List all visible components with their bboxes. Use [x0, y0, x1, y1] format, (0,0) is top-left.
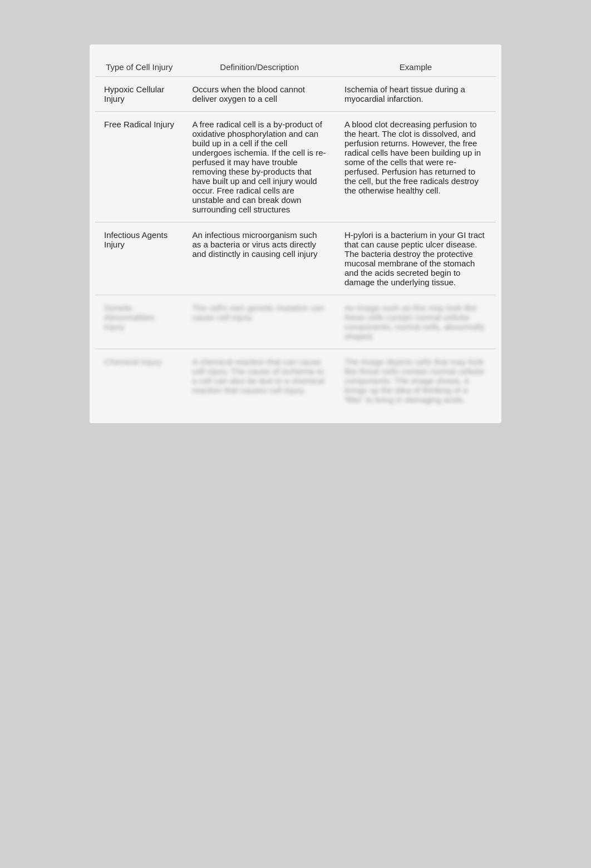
- table-row: Infectious Agents InjuryAn infectious mi…: [95, 222, 496, 295]
- cell-definition: A free radical cell is a by-product of o…: [183, 112, 336, 222]
- cell-example: An image such as this may look like thes…: [336, 295, 496, 349]
- page-container: Type of Cell Injury Definition/Descripti…: [90, 44, 501, 423]
- cell-example: Ischemia of heart tissue during a myocar…: [336, 77, 496, 112]
- cell-type: Chemical Injury: [95, 349, 183, 413]
- table-header-row: Type of Cell Injury Definition/Descripti…: [95, 56, 496, 77]
- cell-type: Hypoxic Cellular Injury: [95, 77, 183, 112]
- cell-type: Infectious Agents Injury: [95, 222, 183, 295]
- cell-example: The image depicts cells that may look li…: [336, 349, 496, 413]
- cell-example: A blood clot decreasing perfusion to the…: [336, 112, 496, 222]
- cell-type: Free Radical Injury: [95, 112, 183, 222]
- cell-injury-table: Type of Cell Injury Definition/Descripti…: [95, 56, 496, 412]
- cell-definition: An infectious microorganism such as a ba…: [183, 222, 336, 295]
- cell-definition: The cell's own genetic mutation can caus…: [183, 295, 336, 349]
- cell-example: H-pylori is a bacterium in your GI tract…: [336, 222, 496, 295]
- cell-definition: A chemical reaction that can cause cell …: [183, 349, 336, 413]
- table-row: Genetic Abnormalities InjuryThe cell's o…: [95, 295, 496, 349]
- cell-type: Genetic Abnormalities Injury: [95, 295, 183, 349]
- table-row: Chemical InjuryA chemical reaction that …: [95, 349, 496, 413]
- header-type: Type of Cell Injury: [95, 56, 183, 77]
- cell-definition: Occurs when the blood cannot deliver oxy…: [183, 77, 336, 112]
- header-definition: Definition/Description: [183, 56, 336, 77]
- table-row: Free Radical InjuryA free radical cell i…: [95, 112, 496, 222]
- table-row: Hypoxic Cellular InjuryOccurs when the b…: [95, 77, 496, 112]
- header-example: Example: [336, 56, 496, 77]
